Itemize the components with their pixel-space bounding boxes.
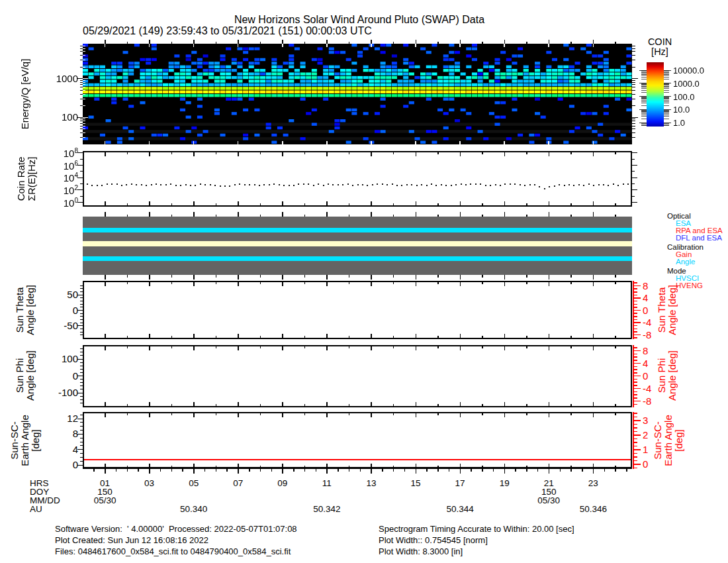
x-axis-tick xyxy=(526,275,527,278)
x-axis-tick xyxy=(171,413,173,415)
x-axis-tick xyxy=(482,413,483,415)
x-axis-tick xyxy=(216,42,217,44)
coin-rate-dot xyxy=(451,185,452,186)
x-axis-tick xyxy=(326,413,328,417)
x-axis-tick xyxy=(193,334,195,338)
spectrogram-y-tick xyxy=(83,48,85,49)
colorbar-minor-tick xyxy=(641,90,647,91)
coin-rate-dot xyxy=(627,183,629,185)
hrs-tick-label: 17 xyxy=(455,478,465,488)
coin-rate-dot xyxy=(318,183,319,185)
coin-rate-dot xyxy=(445,185,447,186)
x-axis-tick xyxy=(504,282,506,286)
x-axis-tick xyxy=(626,469,627,472)
angle-y-tick xyxy=(80,453,83,454)
red-y-tick xyxy=(634,307,637,308)
angle-y-tick xyxy=(77,434,83,435)
x-axis-tick xyxy=(326,346,328,350)
x-axis-tick xyxy=(105,346,106,350)
x-axis-tick xyxy=(304,215,306,217)
angle-y-tick xyxy=(80,352,83,352)
coin-rate-dot xyxy=(151,184,152,185)
x-axis-tick xyxy=(193,44,195,47)
angle-y-tick xyxy=(80,430,83,431)
coin-y-tick xyxy=(80,183,83,184)
angle-y-tick xyxy=(80,291,83,292)
x-axis-tick xyxy=(549,282,550,286)
coin-rate-dot xyxy=(205,184,206,185)
coin-rate-dot xyxy=(554,185,555,187)
sun-sc-earth-ylabel-right: Sun-SC- Earth Angle [deg] xyxy=(653,415,685,466)
hrs-tick-label: 23 xyxy=(588,478,598,488)
mmdd-label: 05/30 xyxy=(94,495,116,505)
x-axis-tick xyxy=(416,334,417,338)
coin-y-tick xyxy=(632,196,635,197)
angle-ytick-label: -50 xyxy=(38,320,78,331)
angle-y-tick xyxy=(80,288,83,289)
colorbar-minor-tick xyxy=(641,113,647,114)
x-axis-tick xyxy=(593,464,594,468)
x-axis-tick xyxy=(615,42,616,44)
coin-rate-dot xyxy=(490,185,491,186)
angle-y-tick xyxy=(80,323,83,323)
au-label: 50.344 xyxy=(446,504,473,514)
x-axis-tick xyxy=(216,413,217,415)
x-axis-tick xyxy=(549,469,550,474)
x-axis-tick xyxy=(482,466,483,468)
angle-y-tick xyxy=(80,422,83,423)
x-axis-tick xyxy=(216,346,217,348)
x-axis-tick xyxy=(238,44,239,47)
colorbar-minor-tick xyxy=(664,99,669,99)
coin-y-tick xyxy=(77,178,83,178)
red-y-tick xyxy=(634,394,637,395)
coin-rate-dot xyxy=(279,184,280,185)
coin-rate-dot xyxy=(500,185,501,186)
footer-line: Software Version: ' 4.00000' Processed: … xyxy=(55,523,297,535)
coin-rate-dot xyxy=(495,184,496,185)
red-ytick-label: -4 xyxy=(643,317,651,328)
spectrogram-y-tick xyxy=(83,67,85,68)
coin-rate-dot xyxy=(126,184,127,185)
x-axis-tick xyxy=(593,334,594,338)
x-axis-tick xyxy=(105,152,106,156)
x-axis-tick xyxy=(615,275,616,278)
coin-rate-dot xyxy=(185,184,187,185)
spectrogram-y-tick xyxy=(83,126,85,127)
x-axis-tick xyxy=(193,275,195,280)
colorbar-minor-tick xyxy=(641,85,647,85)
coin-rate-dot xyxy=(396,185,398,186)
x-axis-tick xyxy=(193,402,195,406)
coin-rate-dot xyxy=(362,184,363,185)
x-axis-tick xyxy=(238,275,239,280)
red-y-tick xyxy=(634,288,637,289)
red-ytick-label: 0 xyxy=(643,370,648,382)
x-axis-tick xyxy=(193,212,195,217)
spectrogram-y-tick xyxy=(632,126,635,127)
x-axis-tick xyxy=(593,152,594,156)
coin-rate-dot xyxy=(504,183,506,185)
colorbar-minor-tick xyxy=(664,116,669,117)
x-axis-tick xyxy=(326,44,328,47)
x-axis-tick xyxy=(304,413,306,415)
x-axis-tick xyxy=(127,215,128,217)
coin-rate-dot xyxy=(298,183,299,185)
x-axis-tick xyxy=(105,212,106,217)
x-axis-tick xyxy=(460,275,461,280)
hrs-tick-label: 09 xyxy=(277,478,287,488)
x-axis-tick xyxy=(238,141,239,144)
spectrogram-y-tick xyxy=(83,132,85,133)
colorbar-minor-tick xyxy=(664,90,669,91)
x-axis-tick xyxy=(437,404,439,406)
x-axis-tick xyxy=(349,413,350,415)
coin-rate-dot xyxy=(273,183,275,185)
footer-line: Files: 0484617600_0x584_sci.fit to 04847… xyxy=(55,546,297,557)
red-y-tick xyxy=(634,366,637,368)
colorbar-tick-label: 10000.0 xyxy=(673,66,704,76)
colorbar-minor-tick xyxy=(641,83,647,84)
x-axis-tick xyxy=(615,466,616,468)
footer-line: Plot Width:: 0.754545 [norm] xyxy=(379,535,574,546)
coin-rate-dot xyxy=(328,183,329,185)
x-axis-tick xyxy=(160,469,161,472)
x-axis-tick xyxy=(615,469,616,472)
x-axis-tick xyxy=(526,282,527,284)
